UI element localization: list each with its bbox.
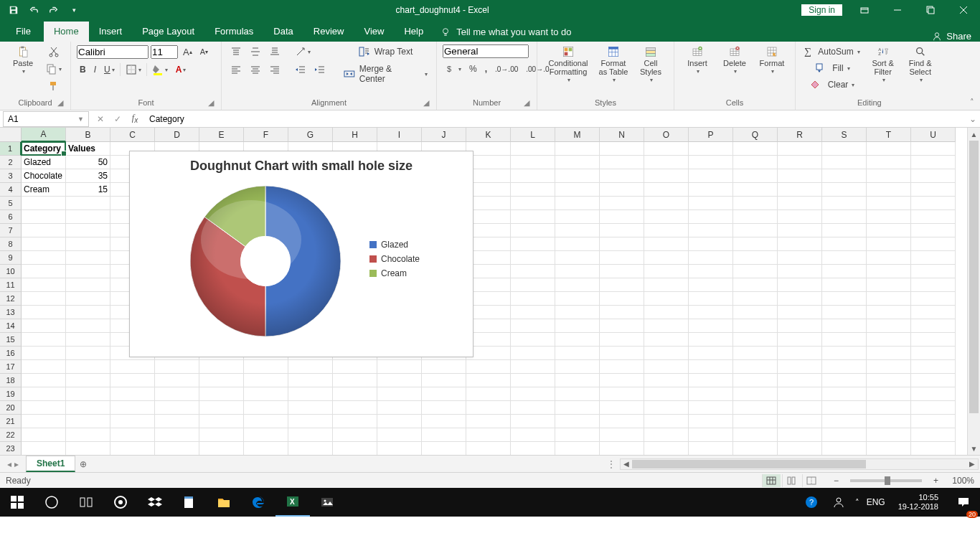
cell[interactable] (867, 360, 911, 374)
cell[interactable] (511, 292, 555, 306)
cell[interactable] (110, 442, 155, 455)
cell[interactable] (555, 333, 600, 347)
zoom-slider[interactable] (850, 479, 922, 482)
cell[interactable] (911, 306, 956, 319)
column-header[interactable]: U (911, 128, 956, 142)
cell[interactable] (422, 374, 466, 387)
cell[interactable] (822, 169, 867, 183)
cell[interactable] (511, 428, 555, 442)
underline-button[interactable]: U▾ (101, 62, 118, 77)
cell[interactable] (689, 183, 733, 197)
cell[interactable] (555, 237, 600, 251)
cell[interactable] (867, 251, 911, 265)
paste-button[interactable]: Paste▾ (6, 44, 40, 77)
cell[interactable] (22, 428, 66, 442)
cell[interactable] (911, 319, 956, 333)
format-painter-button[interactable] (43, 79, 65, 93)
cell[interactable] (644, 224, 689, 237)
cell[interactable] (110, 387, 155, 401)
cell[interactable] (600, 224, 644, 237)
cell[interactable] (511, 210, 555, 224)
cell[interactable] (822, 265, 867, 278)
cell[interactable] (733, 169, 778, 183)
cell[interactable] (22, 347, 66, 360)
cell[interactable] (644, 387, 689, 401)
cell[interactable] (644, 415, 689, 428)
cell[interactable] (778, 415, 822, 428)
cell[interactable] (511, 306, 555, 319)
cell[interactable] (822, 319, 867, 333)
cell[interactable] (778, 142, 822, 156)
cell[interactable] (689, 278, 733, 292)
cell[interactable] (733, 265, 778, 278)
cell[interactable] (288, 360, 333, 374)
cell[interactable]: Category (22, 142, 66, 156)
cell[interactable] (110, 428, 155, 442)
cell[interactable] (778, 306, 822, 319)
cell[interactable] (911, 156, 956, 169)
cell[interactable] (333, 360, 377, 374)
cell[interactable] (778, 442, 822, 455)
cell[interactable] (377, 401, 422, 415)
cell[interactable] (22, 278, 66, 292)
cell[interactable] (911, 415, 956, 428)
cell[interactable] (822, 333, 867, 347)
insert-cells-button[interactable]: Insert▾ (680, 44, 715, 77)
cell[interactable] (600, 142, 644, 156)
column-header[interactable]: C (110, 128, 155, 142)
cell[interactable] (644, 169, 689, 183)
cell[interactable] (822, 210, 867, 224)
cell[interactable] (644, 306, 689, 319)
cell[interactable] (155, 442, 199, 455)
cell[interactable] (689, 415, 733, 428)
decrease-font-button[interactable]: A▾ (197, 44, 211, 59)
cell[interactable] (689, 347, 733, 360)
conditional-formatting-button[interactable]: Conditional Formatting▾ (543, 44, 593, 85)
cell[interactable] (689, 401, 733, 415)
cell[interactable] (511, 251, 555, 265)
cell[interactable] (600, 237, 644, 251)
cell[interactable] (155, 415, 199, 428)
cell[interactable] (822, 360, 867, 374)
cell[interactable] (733, 156, 778, 169)
column-header[interactable]: L (511, 128, 555, 142)
cell[interactable] (733, 183, 778, 197)
column-header[interactable]: O (644, 128, 689, 142)
cell[interactable] (867, 224, 911, 237)
row-header[interactable]: 3 (0, 169, 22, 183)
cell[interactable] (689, 442, 733, 455)
cell[interactable] (555, 251, 600, 265)
cell[interactable] (778, 360, 822, 374)
cell[interactable] (466, 415, 511, 428)
cell[interactable] (911, 265, 956, 278)
cell[interactable] (377, 442, 422, 455)
cell[interactable] (689, 428, 733, 442)
row-header[interactable]: 22 (0, 428, 22, 442)
cell[interactable] (466, 428, 511, 442)
cell[interactable] (466, 374, 511, 387)
cell[interactable] (733, 428, 778, 442)
cell[interactable] (288, 374, 333, 387)
cell[interactable] (644, 428, 689, 442)
cell[interactable] (244, 387, 288, 401)
comma-button[interactable]: , (482, 62, 490, 76)
cell[interactable] (911, 183, 956, 197)
column-header[interactable]: S (822, 128, 867, 142)
cell[interactable] (778, 197, 822, 210)
cell[interactable] (22, 224, 66, 237)
cell[interactable] (867, 374, 911, 387)
cell[interactable] (66, 224, 110, 237)
sheet-nav-next[interactable]: ▸ (14, 459, 19, 469)
cell[interactable] (555, 415, 600, 428)
number-dialog-launcher[interactable]: ◢ (522, 98, 531, 107)
cell[interactable] (778, 319, 822, 333)
cell[interactable] (288, 401, 333, 415)
cell[interactable] (66, 265, 110, 278)
cell[interactable] (511, 415, 555, 428)
cell[interactable] (244, 415, 288, 428)
start-button[interactable] (0, 488, 34, 517)
cell[interactable] (644, 360, 689, 374)
row-header[interactable]: 7 (0, 224, 22, 237)
cell[interactable] (778, 292, 822, 306)
cell[interactable] (822, 387, 867, 401)
